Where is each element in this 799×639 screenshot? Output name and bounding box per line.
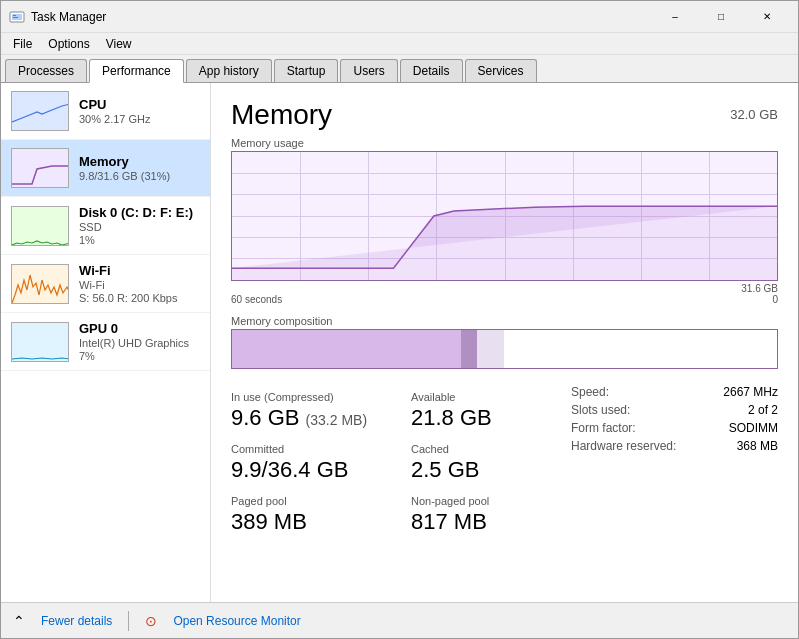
tab-performance[interactable]: Performance (89, 59, 184, 83)
svg-rect-3 (13, 17, 18, 18)
stat-in-use-value: 9.6 GB (33.2 MB) (231, 405, 411, 431)
maximize-button[interactable]: □ (698, 1, 744, 33)
title-bar-text: Task Manager (31, 10, 652, 24)
disk-info: Disk 0 (C: D: F: E:) SSD 1% (79, 205, 193, 246)
memory-chart-svg (232, 152, 777, 280)
sidebar-item-cpu[interactable]: CPU 30% 2.17 GHz (1, 83, 210, 140)
tabs: Processes Performance App history Startu… (1, 55, 798, 83)
tab-details[interactable]: Details (400, 59, 463, 82)
menu-options[interactable]: Options (40, 35, 97, 53)
disk-thumbnail (11, 206, 69, 246)
slots-label: Slots used: (571, 403, 630, 417)
sidebar-item-disk[interactable]: Disk 0 (C: D: F: E:) SSD 1% (1, 197, 210, 255)
memory-composition-bar (231, 329, 778, 369)
reserved-label: Hardware reserved: (571, 439, 676, 453)
footer-divider (128, 611, 129, 631)
stat-cached-label: Cached (411, 443, 571, 455)
wifi-detail1: Wi-Fi (79, 279, 177, 291)
form-label: Form factor: (571, 421, 636, 435)
stats-grid: In use (Compressed) 9.6 GB (33.2 MB) Com… (231, 385, 778, 541)
resource-monitor-icon: ⊙ (145, 613, 157, 629)
sidebar: CPU 30% 2.17 GHz Memory 9.8/31.6 GB (31%… (1, 83, 211, 602)
stat-in-use-sub: (33.2 MB) (306, 412, 367, 428)
fewer-details-link[interactable]: Fewer details (41, 614, 112, 628)
right-stat-speed: Speed: 2667 MHz (571, 385, 778, 399)
menu-bar: File Options View (1, 33, 798, 55)
slots-value: 2 of 2 (748, 403, 778, 417)
chart-time-start: 60 seconds (231, 294, 282, 305)
gpu-detail2: 7% (79, 350, 189, 362)
app-icon (9, 9, 25, 25)
stat-available-label: Available (411, 391, 571, 403)
stats-col-2: Available 21.8 GB Cached 2.5 GB Non-page… (411, 385, 571, 541)
tab-startup[interactable]: Startup (274, 59, 339, 82)
title-bar-controls: – □ ✕ (652, 1, 790, 33)
gpu-thumbnail (11, 322, 69, 362)
comp-standby (477, 330, 504, 368)
stat-paged-label: Paged pool (231, 495, 411, 507)
stat-nonpaged-value: 817 MB (411, 509, 571, 535)
cpu-name: CPU (79, 97, 151, 112)
speed-label: Speed: (571, 385, 609, 399)
task-manager-window: Task Manager – □ ✕ File Options View Pro… (0, 0, 799, 639)
main-content: CPU 30% 2.17 GHz Memory 9.8/31.6 GB (31%… (1, 83, 798, 602)
wifi-info: Wi-Fi Wi-Fi S: 56.0 R: 200 Kbps (79, 263, 177, 304)
stat-paged: Paged pool 389 MB (231, 489, 411, 541)
stat-available: Available 21.8 GB (411, 385, 571, 437)
tab-app-history[interactable]: App history (186, 59, 272, 82)
memory-name: Memory (79, 154, 170, 169)
chart-max-label: 31.6 GB (231, 283, 778, 294)
stat-nonpaged: Non-paged pool 817 MB (411, 489, 571, 541)
composition-label: Memory composition (231, 315, 778, 327)
open-resource-monitor-link[interactable]: Open Resource Monitor (173, 614, 300, 628)
stats-col-1: In use (Compressed) 9.6 GB (33.2 MB) Com… (231, 385, 411, 541)
detail-panel: Memory 32.0 GB Memory usage (211, 83, 798, 602)
right-stat-slots: Slots used: 2 of 2 (571, 403, 778, 417)
detail-header: Memory 32.0 GB (231, 99, 778, 131)
memory-detail: 9.8/31.6 GB (31%) (79, 170, 170, 182)
tab-users[interactable]: Users (340, 59, 397, 82)
wifi-thumbnail (11, 264, 69, 304)
tab-services[interactable]: Services (465, 59, 537, 82)
comp-free (504, 330, 777, 368)
disk-detail1: SSD (79, 221, 193, 233)
cpu-thumbnail (11, 91, 69, 131)
comp-modified (461, 330, 477, 368)
disk-detail2: 1% (79, 234, 193, 246)
chart-time-end: 0 (772, 294, 778, 305)
stat-in-use-label: In use (Compressed) (231, 391, 411, 403)
stats-col-3: Speed: 2667 MHz Slots used: 2 of 2 Form … (571, 385, 778, 541)
sidebar-item-wifi[interactable]: Wi-Fi Wi-Fi S: 56.0 R: 200 Kbps (1, 255, 210, 313)
cpu-detail: 30% 2.17 GHz (79, 113, 151, 125)
svg-rect-8 (12, 323, 69, 362)
svg-rect-4 (12, 92, 69, 131)
right-stat-reserved: Hardware reserved: 368 MB (571, 439, 778, 453)
close-button[interactable]: ✕ (744, 1, 790, 33)
memory-info: Memory 9.8/31.6 GB (31%) (79, 154, 170, 182)
wifi-detail2: S: 56.0 R: 200 Kbps (79, 292, 177, 304)
cpu-info: CPU 30% 2.17 GHz (79, 97, 151, 125)
stat-nonpaged-label: Non-paged pool (411, 495, 571, 507)
stat-cached: Cached 2.5 GB (411, 437, 571, 489)
gpu-info: GPU 0 Intel(R) UHD Graphics 7% (79, 321, 189, 362)
stat-paged-value: 389 MB (231, 509, 411, 535)
chart-time-labels: 60 seconds 0 (231, 294, 778, 305)
right-stat-form: Form factor: SODIMM (571, 421, 778, 435)
minimize-button[interactable]: – (652, 1, 698, 33)
stat-committed: Committed 9.9/36.4 GB (231, 437, 411, 489)
reserved-value: 368 MB (737, 439, 778, 453)
stat-committed-label: Committed (231, 443, 411, 455)
menu-file[interactable]: File (5, 35, 40, 53)
menu-view[interactable]: View (98, 35, 140, 53)
wifi-name: Wi-Fi (79, 263, 177, 278)
tab-processes[interactable]: Processes (5, 59, 87, 82)
detail-total: 32.0 GB (730, 99, 778, 122)
stat-committed-value: 9.9/36.4 GB (231, 457, 411, 483)
disk-name: Disk 0 (C: D: F: E:) (79, 205, 193, 220)
detail-title: Memory (231, 99, 332, 131)
sidebar-item-gpu[interactable]: GPU 0 Intel(R) UHD Graphics 7% (1, 313, 210, 371)
stat-in-use: In use (Compressed) 9.6 GB (33.2 MB) (231, 385, 411, 437)
svg-rect-2 (13, 15, 16, 16)
sidebar-item-memory[interactable]: Memory 9.8/31.6 GB (31%) (1, 140, 210, 197)
memory-usage-chart (231, 151, 778, 281)
